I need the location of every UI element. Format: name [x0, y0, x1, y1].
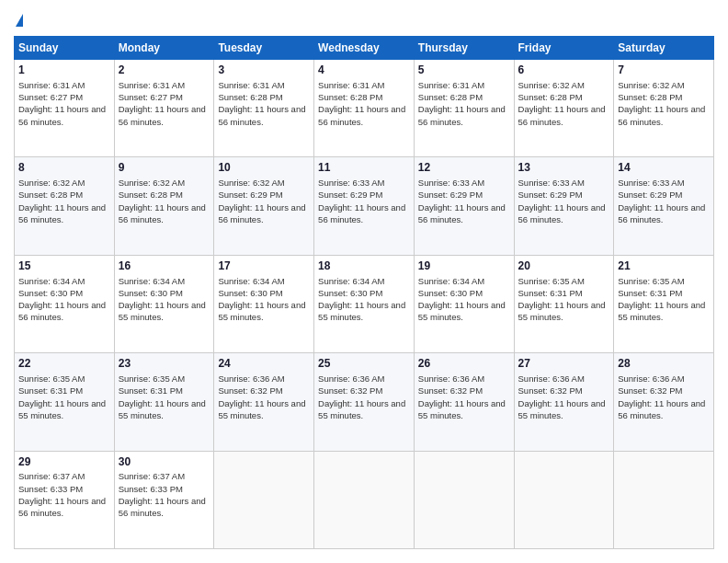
day-cell: 12Sunrise: 6:33 AMSunset: 6:29 PMDayligh… [414, 157, 514, 255]
sunrise-text: Sunrise: 6:34 AM [318, 276, 384, 286]
day-cell: 5Sunrise: 6:31 AMSunset: 6:28 PMDaylight… [414, 60, 514, 157]
sunset-text: Sunset: 6:31 PM [618, 288, 682, 298]
day-cell: 28Sunrise: 6:36 AMSunset: 6:32 PMDayligh… [614, 353, 714, 451]
sunset-text: Sunset: 6:32 PM [518, 385, 583, 396]
col-header-saturday: Saturday [614, 37, 714, 60]
week-row-5: 29Sunrise: 6:37 AMSunset: 6:33 PMDayligh… [15, 451, 714, 548]
sunrise-text: Sunrise: 6:32 AM [119, 178, 185, 188]
sunrise-text: Sunrise: 6:36 AM [218, 373, 284, 384]
sunrise-text: Sunrise: 6:33 AM [318, 178, 384, 188]
daylight-text: Daylight: 11 hours and 55 minutes. [119, 300, 206, 322]
day-number: 24 [218, 356, 310, 372]
sunrise-text: Sunrise: 6:35 AM [119, 373, 185, 384]
sunset-text: Sunset: 6:30 PM [318, 288, 382, 298]
day-cell: 16Sunrise: 6:34 AMSunset: 6:30 PMDayligh… [114, 255, 214, 352]
day-number: 30 [119, 454, 210, 470]
day-cell: 23Sunrise: 6:35 AMSunset: 6:31 PMDayligh… [114, 353, 214, 451]
day-number: 8 [18, 160, 110, 176]
daylight-text: Daylight: 11 hours and 56 minutes. [18, 104, 106, 126]
sunset-text: Sunset: 6:28 PM [119, 190, 183, 200]
day-number: 16 [119, 259, 210, 274]
daylight-text: Daylight: 11 hours and 56 minutes. [119, 496, 206, 518]
sunrise-text: Sunrise: 6:34 AM [218, 276, 284, 286]
day-number: 23 [119, 356, 210, 372]
day-cell: 10Sunrise: 6:32 AMSunset: 6:29 PMDayligh… [214, 157, 314, 255]
daylight-text: Daylight: 11 hours and 56 minutes. [18, 496, 106, 518]
day-cell: 17Sunrise: 6:34 AMSunset: 6:30 PMDayligh… [214, 255, 314, 352]
sunrise-text: Sunrise: 6:35 AM [618, 276, 684, 286]
day-cell [514, 451, 614, 548]
sunrise-text: Sunrise: 6:31 AM [218, 80, 284, 90]
daylight-text: Daylight: 11 hours and 55 minutes. [318, 398, 405, 420]
day-number: 22 [18, 356, 110, 372]
day-number: 2 [119, 63, 210, 78]
sunrise-text: Sunrise: 6:31 AM [418, 80, 484, 90]
sunrise-text: Sunrise: 6:31 AM [119, 80, 185, 90]
daylight-text: Daylight: 11 hours and 56 minutes. [518, 202, 606, 224]
day-cell: 26Sunrise: 6:36 AMSunset: 6:32 PMDayligh… [414, 353, 514, 451]
day-cell: 27Sunrise: 6:36 AMSunset: 6:32 PMDayligh… [514, 353, 614, 451]
daylight-text: Daylight: 11 hours and 56 minutes. [218, 202, 305, 224]
day-number: 6 [518, 63, 610, 78]
daylight-text: Daylight: 11 hours and 55 minutes. [518, 300, 606, 322]
sunset-text: Sunset: 6:29 PM [218, 190, 282, 200]
sunrise-text: Sunrise: 6:35 AM [518, 276, 585, 286]
sunset-text: Sunset: 6:28 PM [418, 92, 483, 102]
sunset-text: Sunset: 6:32 PM [418, 385, 483, 396]
sunset-text: Sunset: 6:29 PM [318, 190, 382, 200]
day-cell [314, 451, 415, 548]
sunset-text: Sunset: 6:27 PM [18, 92, 83, 102]
sunset-text: Sunset: 6:28 PM [618, 92, 682, 102]
sunrise-text: Sunrise: 6:37 AM [18, 471, 85, 481]
day-cell: 15Sunrise: 6:34 AMSunset: 6:30 PMDayligh… [15, 255, 115, 352]
logo [14, 14, 23, 27]
day-cell: 8Sunrise: 6:32 AMSunset: 6:28 PMDaylight… [15, 157, 115, 255]
daylight-text: Daylight: 11 hours and 55 minutes. [318, 300, 405, 322]
sunrise-text: Sunrise: 6:31 AM [318, 80, 384, 90]
daylight-text: Daylight: 11 hours and 56 minutes. [418, 104, 506, 126]
sunrise-text: Sunrise: 6:36 AM [618, 373, 684, 384]
sunset-text: Sunset: 6:30 PM [18, 288, 83, 298]
day-cell: 7Sunrise: 6:32 AMSunset: 6:28 PMDaylight… [614, 60, 714, 157]
sunrise-text: Sunrise: 6:37 AM [119, 471, 185, 481]
daylight-text: Daylight: 11 hours and 56 minutes. [618, 202, 705, 224]
daylight-text: Daylight: 11 hours and 55 minutes. [618, 300, 705, 322]
sunrise-text: Sunrise: 6:33 AM [418, 178, 484, 188]
header [14, 14, 714, 27]
day-number: 20 [518, 259, 610, 274]
day-cell: 29Sunrise: 6:37 AMSunset: 6:33 PMDayligh… [15, 451, 115, 548]
sunrise-text: Sunrise: 6:34 AM [418, 276, 484, 286]
daylight-text: Daylight: 11 hours and 56 minutes. [18, 202, 106, 224]
sunset-text: Sunset: 6:32 PM [318, 385, 382, 396]
day-number: 25 [318, 356, 410, 372]
day-cell: 9Sunrise: 6:32 AMSunset: 6:28 PMDaylight… [114, 157, 214, 255]
col-header-tuesday: Tuesday [214, 37, 314, 60]
sunset-text: Sunset: 6:33 PM [18, 484, 83, 494]
daylight-text: Daylight: 11 hours and 56 minutes. [119, 104, 206, 126]
sunset-text: Sunset: 6:32 PM [218, 385, 282, 396]
sunset-text: Sunset: 6:29 PM [418, 190, 483, 200]
daylight-text: Daylight: 11 hours and 56 minutes. [618, 398, 705, 420]
day-number: 19 [418, 259, 510, 274]
col-header-monday: Monday [114, 37, 214, 60]
sunrise-text: Sunrise: 6:36 AM [418, 373, 484, 384]
sunrise-text: Sunrise: 6:32 AM [218, 178, 284, 188]
day-cell: 30Sunrise: 6:37 AMSunset: 6:33 PMDayligh… [114, 451, 214, 548]
sunset-text: Sunset: 6:31 PM [518, 288, 583, 298]
day-cell: 24Sunrise: 6:36 AMSunset: 6:32 PMDayligh… [214, 353, 314, 451]
week-row-2: 8Sunrise: 6:32 AMSunset: 6:28 PMDaylight… [15, 157, 714, 255]
page: SundayMondayTuesdayWednesdayThursdayFrid… [0, 0, 728, 563]
daylight-text: Daylight: 11 hours and 56 minutes. [218, 104, 305, 126]
week-row-1: 1Sunrise: 6:31 AMSunset: 6:27 PMDaylight… [15, 60, 714, 157]
sunrise-text: Sunrise: 6:34 AM [18, 276, 85, 286]
sunset-text: Sunset: 6:29 PM [518, 190, 583, 200]
sunset-text: Sunset: 6:28 PM [218, 92, 282, 102]
day-cell: 21Sunrise: 6:35 AMSunset: 6:31 PMDayligh… [614, 255, 714, 352]
day-number: 9 [119, 160, 210, 176]
day-number: 13 [518, 160, 610, 176]
header-row: SundayMondayTuesdayWednesdayThursdayFrid… [15, 37, 714, 60]
sunset-text: Sunset: 6:31 PM [119, 385, 183, 396]
day-cell [414, 451, 514, 548]
day-cell: 25Sunrise: 6:36 AMSunset: 6:32 PMDayligh… [314, 353, 415, 451]
daylight-text: Daylight: 11 hours and 55 minutes. [18, 398, 106, 420]
